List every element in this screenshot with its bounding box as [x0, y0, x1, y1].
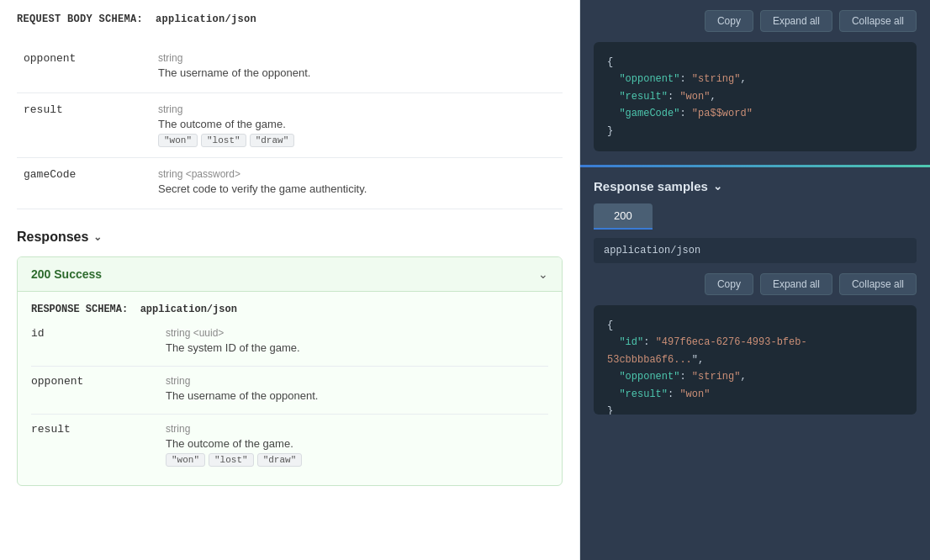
response-field-row-id: id string <uuid> The system ID of the ga… — [31, 319, 548, 367]
responses-header: Responses ⌄ — [17, 230, 563, 245]
request-copy-button[interactable]: Copy — [705, 10, 753, 32]
response-schema-type: application/json — [140, 304, 237, 315]
response-200-box: 200 Success ⌄ RESPONSE SCHEMA: applicati… — [17, 256, 563, 486]
json-val-gamecode: "pa$$word" — [692, 108, 753, 119]
request-collapse-all-button[interactable]: Collapse all — [839, 10, 917, 32]
response-schema-label: RESPONSE SCHEMA: application/json — [18, 292, 562, 319]
response-field-type-opponent: string — [166, 375, 548, 387]
response-field-type-id: string <uuid> — [166, 327, 548, 339]
response-field-details-result: string The outcome of the game. "won" "l… — [166, 423, 548, 467]
field-type-opponent: string — [158, 52, 556, 64]
field-details-result: string The outcome of the game. "won" "l… — [158, 103, 556, 147]
field-type-gamecode: string <password> — [158, 168, 556, 180]
response-code-toolbar: Copy Expand all Collapse all — [594, 273, 917, 295]
response-field-name-result: result — [31, 423, 166, 467]
response-200-header[interactable]: 200 Success ⌄ — [18, 257, 562, 292]
response-copy-button[interactable]: Copy — [705, 273, 753, 295]
response-samples-title: Response samples — [594, 179, 708, 193]
request-sample-section: Copy Expand all Collapse all { "opponent… — [580, 0, 930, 165]
response-field-name-opponent: opponent — [31, 375, 166, 405]
response-field-row-result: result string The outcome of the game. "… — [31, 415, 548, 475]
response-enum-tag-lost: "lost" — [209, 453, 254, 467]
open-brace-1: { — [607, 56, 613, 68]
json-val-opponent: "string" — [692, 73, 741, 85]
response-collapse-all-button[interactable]: Collapse all — [839, 273, 917, 295]
response-samples-section: Response samples ⌄ 200 application/json … — [580, 167, 930, 560]
enum-tag-won: "won" — [158, 134, 198, 147]
responses-title: Responses — [17, 230, 88, 245]
resp-open-brace: { — [607, 320, 613, 331]
field-name-opponent: opponent — [24, 52, 158, 82]
response-field-desc-opponent: The username of the opponent. — [166, 389, 548, 402]
response-enum-tags-result: "won" "lost" "draw" — [166, 453, 548, 467]
enum-tag-lost: "lost" — [201, 134, 246, 147]
field-desc-result: The outcome of the game. — [158, 118, 556, 130]
response-field-type-result: string — [166, 423, 548, 435]
field-details-gamecode: string <password> Secret code to verify … — [158, 168, 556, 198]
response-code-block: { "id": "497f6eca-6276-4993-bfeb-53cbbbb… — [594, 305, 917, 415]
response-field-details-id: string <uuid> The system ID of the game. — [166, 327, 548, 357]
response-expand-all-button[interactable]: Expand all — [760, 273, 832, 295]
response-field-name-id: id — [31, 327, 166, 357]
response-200-dropdown-icon[interactable]: ⌄ — [538, 267, 548, 281]
request-body-label: REQUEST BODY SCHEMA: application/json — [17, 13, 563, 25]
request-code-toolbar: Copy Expand all Collapse all — [594, 10, 917, 32]
response-field-row-opponent: opponent string The username of the oppo… — [31, 367, 548, 415]
request-body-schema-text: REQUEST BODY SCHEMA: — [17, 13, 143, 25]
response-tab-bar: 200 — [594, 203, 917, 230]
field-name-result: result — [24, 103, 158, 147]
media-type-bar: application/json — [594, 238, 917, 263]
field-desc-gamecode: Secret code to verify the game authentic… — [158, 182, 556, 195]
json-key-gamecode: "gameCode" — [619, 108, 679, 119]
field-row-opponent: opponent string The username of the oppo… — [17, 42, 563, 93]
responses-section: Responses ⌄ 200 Success ⌄ RESPONSE SCHEM… — [17, 230, 563, 486]
right-panel: Copy Expand all Collapse all { "opponent… — [580, 0, 930, 560]
resp-close-brace: } — [607, 405, 613, 415]
left-panel: REQUEST BODY SCHEMA: application/json op… — [0, 0, 580, 560]
response-200-title: 200 Success — [31, 267, 102, 281]
response-enum-tag-won: "won" — [166, 453, 205, 467]
field-details-opponent: string The username of the opponent. — [158, 52, 556, 82]
response-samples-chevron-icon[interactable]: ⌄ — [713, 180, 722, 193]
json-key-opponent: "opponent" — [619, 73, 679, 85]
resp-json-key-opponent: "opponent" — [619, 371, 679, 383]
response-field-details-opponent: string The username of the opponent. — [166, 375, 548, 405]
resp-json-val-opponent: "string" — [692, 371, 741, 383]
resp-json-val-result: "won" — [679, 388, 710, 400]
request-expand-all-button[interactable]: Expand all — [760, 10, 832, 32]
tab-200[interactable]: 200 — [594, 203, 653, 230]
response-fields: id string <uuid> The system ID of the ga… — [18, 319, 562, 485]
response-samples-header: Response samples ⌄ — [594, 179, 917, 193]
response-schema-text: RESPONSE SCHEMA: — [31, 304, 128, 315]
request-body-type: application/json — [156, 13, 256, 25]
response-field-desc-result: The outcome of the game. — [166, 437, 548, 450]
field-desc-opponent: The username of the opponent. — [158, 66, 556, 79]
response-enum-tag-draw: "draw" — [257, 453, 303, 467]
enum-tags-result: "won" "lost" "draw" — [158, 134, 556, 147]
field-row-result: result string The outcome of the game. "… — [17, 93, 563, 158]
resp-json-key-id: "id" — [619, 336, 643, 348]
request-schema-table: opponent string The username of the oppo… — [17, 42, 563, 209]
close-brace-1: } — [607, 125, 613, 137]
json-val-result: "won" — [679, 91, 710, 103]
field-type-result: string — [158, 103, 556, 115]
request-code-block: { "opponent": "string", "result": "won",… — [594, 42, 917, 151]
response-field-desc-id: The system ID of the game. — [166, 341, 548, 354]
enum-tag-draw: "draw" — [250, 134, 295, 147]
field-name-gamecode: gameCode — [24, 168, 158, 198]
responses-chevron-icon[interactable]: ⌄ — [93, 231, 102, 243]
json-key-result: "result" — [619, 91, 668, 103]
resp-json-key-result: "result" — [619, 388, 668, 400]
field-row-gamecode: gameCode string <password> Secret code t… — [17, 158, 563, 209]
